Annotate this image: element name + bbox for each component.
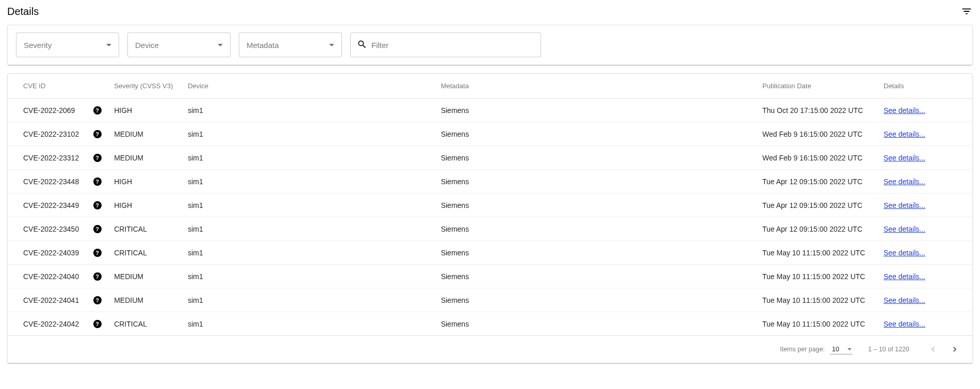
- cell-severity: MEDIUM: [108, 146, 182, 170]
- help-icon[interactable]: ?: [93, 225, 102, 233]
- page-size-value: 10: [832, 346, 839, 353]
- cell-metadata: Siemens: [435, 99, 756, 122]
- cell-cve: CVE-2022-24041: [8, 288, 87, 312]
- cell-severity: CRITICAL: [108, 217, 182, 241]
- cell-cve: CVE-2022-24040: [8, 265, 87, 288]
- cell-severity: CRITICAL: [108, 312, 182, 336]
- range-label: 1 – 10 of 1220: [868, 346, 909, 353]
- cell-cve: CVE-2022-23449: [8, 193, 87, 217]
- cell-pubdate: Tue Apr 12 09:15:00 2022 UTC: [756, 193, 877, 217]
- cell-device: sim1: [182, 265, 434, 288]
- see-details-link[interactable]: See details...: [884, 106, 925, 115]
- cell-cve: CVE-2022-23448: [8, 170, 87, 193]
- cell-device: sim1: [182, 99, 434, 122]
- severity-select[interactable]: Severity: [16, 33, 119, 57]
- help-icon[interactable]: ?: [93, 272, 102, 281]
- help-icon[interactable]: ?: [93, 177, 102, 186]
- col-header-device[interactable]: Device: [182, 74, 434, 99]
- cell-severity: HIGH: [108, 170, 182, 193]
- cell-device: sim1: [182, 146, 434, 170]
- col-header-details[interactable]: Details: [877, 74, 972, 99]
- col-header-severity[interactable]: Severity (CVSS V3): [108, 74, 182, 99]
- cell-pubdate: Tue Apr 12 09:15:00 2022 UTC: [756, 170, 877, 193]
- see-details-link[interactable]: See details...: [884, 320, 925, 328]
- cell-metadata: Siemens: [435, 146, 756, 170]
- cell-device: sim1: [182, 217, 434, 241]
- items-per-page-label: Items per page:: [780, 346, 825, 353]
- help-icon[interactable]: ?: [93, 296, 102, 304]
- filter-list-icon[interactable]: [960, 5, 973, 18]
- metadata-select[interactable]: Metadata: [239, 33, 342, 57]
- chevron-right-icon: [950, 344, 960, 354]
- cell-cve: CVE-2022-23312: [8, 146, 87, 170]
- cell-cve: CVE-2022-24039: [8, 241, 87, 265]
- col-header-metadata[interactable]: Metadata: [435, 74, 756, 99]
- table-row: CVE-2022-24041?MEDIUMsim1SiemensTue May …: [8, 288, 972, 312]
- chevron-down-icon: [847, 348, 852, 350]
- see-details-link[interactable]: See details...: [884, 130, 925, 138]
- page-title: Details: [7, 6, 39, 18]
- help-icon[interactable]: ?: [93, 320, 102, 328]
- device-select-label: Device: [135, 41, 159, 50]
- cell-device: sim1: [182, 193, 434, 217]
- cell-cve: CVE-2022-23450: [8, 217, 87, 241]
- chevron-down-icon: [106, 44, 111, 46]
- cve-table-card: CVE ID Severity (CVSS V3) Device Metadat…: [7, 73, 973, 363]
- search-box[interactable]: [350, 33, 541, 57]
- search-input[interactable]: [371, 41, 534, 50]
- chevron-left-icon: [928, 344, 938, 354]
- help-icon[interactable]: ?: [93, 106, 102, 115]
- prev-page-button[interactable]: [925, 341, 941, 358]
- help-icon[interactable]: ?: [93, 130, 102, 138]
- cell-metadata: Siemens: [435, 193, 756, 217]
- table-row: CVE-2022-24039?CRITICALsim1SiemensTue Ma…: [8, 241, 972, 265]
- col-header-pubdate[interactable]: Publication Date: [756, 74, 877, 99]
- page-size-select[interactable]: 10: [830, 345, 853, 354]
- see-details-link[interactable]: See details...: [884, 154, 925, 162]
- cell-pubdate: Tue May 10 11:15:00 2022 UTC: [756, 241, 877, 265]
- cell-cve: CVE-2022-2069: [8, 99, 87, 122]
- cell-metadata: Siemens: [435, 288, 756, 312]
- device-select[interactable]: Device: [127, 33, 231, 57]
- cell-device: sim1: [182, 170, 434, 193]
- cell-pubdate: Tue May 10 11:15:00 2022 UTC: [756, 312, 877, 336]
- table-row: CVE-2022-2069?HIGHsim1SiemensThu Oct 20 …: [8, 99, 972, 122]
- cell-metadata: Siemens: [435, 122, 756, 146]
- cell-metadata: Siemens: [435, 312, 756, 336]
- see-details-link[interactable]: See details...: [884, 296, 925, 304]
- see-details-link[interactable]: See details...: [884, 225, 925, 233]
- cell-metadata: Siemens: [435, 241, 756, 265]
- severity-select-label: Severity: [24, 41, 52, 50]
- help-icon[interactable]: ?: [93, 249, 102, 257]
- paginator: Items per page: 10 1 – 10 of 1220: [8, 335, 972, 363]
- next-page-button[interactable]: [946, 341, 963, 358]
- see-details-link[interactable]: See details...: [884, 249, 925, 257]
- chevron-down-icon: [329, 44, 334, 46]
- metadata-select-label: Metadata: [247, 41, 279, 50]
- see-details-link[interactable]: See details...: [884, 272, 925, 281]
- filter-bar: Severity Device Metadata: [7, 25, 973, 65]
- cell-metadata: Siemens: [435, 265, 756, 288]
- help-icon[interactable]: ?: [93, 154, 102, 162]
- cell-cve: CVE-2022-24042: [8, 312, 87, 336]
- cell-pubdate: Tue May 10 11:15:00 2022 UTC: [756, 288, 877, 312]
- cell-severity: MEDIUM: [108, 265, 182, 288]
- help-icon[interactable]: ?: [93, 201, 102, 209]
- cve-table: CVE ID Severity (CVSS V3) Device Metadat…: [8, 74, 972, 335]
- see-details-link[interactable]: See details...: [884, 177, 925, 186]
- cell-cve: CVE-2022-23102: [8, 122, 87, 146]
- cell-pubdate: Wed Feb 9 16:15:00 2022 UTC: [756, 146, 877, 170]
- cell-metadata: Siemens: [435, 170, 756, 193]
- table-row: CVE-2022-24040?MEDIUMsim1SiemensTue May …: [8, 265, 972, 288]
- cell-device: sim1: [182, 288, 434, 312]
- table-row: CVE-2022-23448?HIGHsim1SiemensTue Apr 12…: [8, 170, 972, 193]
- col-header-cve[interactable]: CVE ID: [8, 74, 87, 99]
- cell-pubdate: Thu Oct 20 17:15:00 2022 UTC: [756, 99, 877, 122]
- cell-device: sim1: [182, 241, 434, 265]
- cell-pubdate: Wed Feb 9 16:15:00 2022 UTC: [756, 122, 877, 146]
- see-details-link[interactable]: See details...: [884, 201, 925, 209]
- table-row: CVE-2022-23102?MEDIUMsim1SiemensWed Feb …: [8, 122, 972, 146]
- table-row: CVE-2022-23449?HIGHsim1SiemensTue Apr 12…: [8, 193, 972, 217]
- table-row: CVE-2022-23312?MEDIUMsim1SiemensWed Feb …: [8, 146, 972, 170]
- cell-pubdate: Tue Apr 12 09:15:00 2022 UTC: [756, 217, 877, 241]
